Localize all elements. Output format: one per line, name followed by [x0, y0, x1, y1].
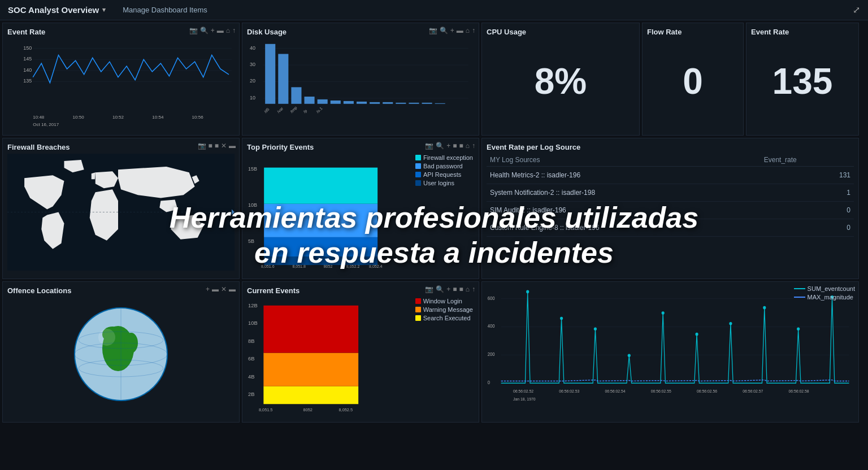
svg-text:2B: 2B: [248, 392, 255, 398]
current-events-legend: Window Login Warning Message Search Exec…: [415, 298, 473, 323]
toolbar-minus[interactable]: ▬: [217, 27, 224, 34]
svg-rect-34: [422, 103, 432, 104]
legend-search-executed: Search Executed: [415, 315, 473, 321]
svg-text:8052: 8052: [324, 264, 333, 268]
svg-rect-29: [357, 102, 367, 104]
top-priority-legend: Firewall exception Bad password API Requ…: [415, 154, 473, 188]
panel-flow-rate: Flow Rate 0: [642, 23, 744, 136]
offence-toolbar: + ▬ ✕ ▬: [206, 285, 236, 293]
flow-rate-value: 0: [647, 38, 739, 124]
svg-text:10:50: 10:50: [73, 115, 85, 120]
toolbar-add[interactable]: +: [211, 27, 215, 34]
svg-text:30: 30: [250, 62, 255, 67]
svg-rect-50: [264, 168, 377, 204]
svg-text:10B: 10B: [248, 321, 258, 327]
tp-toolbar-box2[interactable]: ■: [459, 142, 463, 150]
fw-toolbar-x[interactable]: ✕: [221, 142, 227, 150]
svg-point-92: [729, 322, 732, 325]
ol-toolbar-dash[interactable]: ▬: [229, 285, 236, 293]
toolbar-zoom2[interactable]: 🔍: [440, 27, 448, 34]
svg-rect-47: [264, 256, 377, 265]
title-chevron[interactable]: ▾: [102, 6, 106, 14]
offence-title: Offence Locations: [7, 286, 235, 295]
svg-point-88: [594, 327, 597, 330]
expand-icon[interactable]: ⤢: [853, 5, 860, 15]
svg-text:10:54: 10:54: [152, 115, 164, 120]
fw-toolbar-dash[interactable]: ▬: [229, 142, 236, 150]
svg-rect-25: [305, 97, 315, 104]
toolbar-minus2[interactable]: ▬: [457, 27, 463, 34]
tp-toolbar-add[interactable]: +: [446, 142, 450, 150]
svg-rect-28: [344, 101, 354, 104]
event-rate-chart: 150 145 140 135 10:48 10:50 10:52 10:54 …: [7, 38, 235, 127]
event-rate-stat-value: 135: [751, 38, 854, 124]
ol-toolbar-minus[interactable]: ▬: [212, 285, 219, 293]
svg-text:135: 135: [23, 79, 32, 84]
svg-text:/p: /p: [302, 108, 308, 114]
ce-toolbar-camera[interactable]: 📷: [425, 285, 433, 293]
log-source-1: Health Metrics-2 :: isadler-196: [487, 167, 761, 184]
manage-dashboard-link[interactable]: Manage Dashboard Items: [123, 6, 207, 14]
bottom-chart-legend: SUM_eventcount MAX_magnitude: [794, 285, 855, 302]
table-row: SIM Audit-2 :: isadler-196 0: [487, 202, 854, 219]
legend-bad-password: Bad password: [415, 163, 473, 169]
legend-window-login: Window Login: [415, 298, 473, 304]
log-rate-1: 131: [761, 167, 854, 184]
cpu-usage-value: 8%: [487, 38, 635, 124]
toolbar-up2[interactable]: ↑: [472, 27, 475, 34]
toolbar-zoom[interactable]: 🔍: [200, 27, 209, 34]
toolbar-camera2[interactable]: 📷: [429, 27, 437, 34]
svg-text:40: 40: [250, 45, 255, 51]
toolbar-up[interactable]: ↑: [232, 27, 236, 34]
app-title: SOC Analyst Overview: [8, 5, 99, 15]
svg-text:/var: /var: [276, 106, 284, 114]
table-row: System Notification-2 :: isadler-198 1: [487, 184, 854, 202]
tp-toolbar-zoom[interactable]: 🔍: [436, 142, 444, 150]
svg-rect-26: [318, 99, 328, 104]
ce-toolbar-zoom[interactable]: 🔍: [436, 285, 444, 293]
panel-event-rate-stat: Event Rate 135: [746, 23, 859, 136]
dashboard-grid: Event Rate 📷 🔍 + ▬ ⌂ ↑ 150 145 140 135: [0, 20, 868, 425]
tp-toolbar-box1[interactable]: ■: [453, 142, 457, 150]
toolbar-home2[interactable]: ⌂: [466, 27, 470, 34]
fw-toolbar-camera[interactable]: 📷: [198, 142, 206, 150]
disk-usage-chart: 40 30 20 10: [247, 38, 474, 127]
svg-text:06:56:02.53: 06:56:02.53: [559, 389, 579, 394]
svg-rect-73: [263, 353, 358, 386]
svg-text:0: 0: [488, 380, 491, 385]
svg-point-91: [695, 333, 698, 336]
svg-text:8,052.5: 8,052.5: [339, 408, 353, 412]
svg-text:140: 140: [23, 67, 32, 73]
svg-rect-49: [264, 204, 377, 237]
svg-text:/d5: /d5: [263, 107, 270, 114]
ce-toolbar-add[interactable]: +: [446, 285, 450, 293]
svg-text:12B: 12B: [248, 303, 258, 308]
panel-bottom-right: SUM_eventcount MAX_magnitude 600 400 200…: [481, 281, 859, 423]
ol-toolbar-add[interactable]: +: [206, 285, 210, 293]
ce-toolbar-up[interactable]: ↑: [472, 285, 475, 293]
fw-toolbar-box2[interactable]: ■: [215, 142, 219, 150]
svg-text:06:56:02.57: 06:56:02.57: [743, 389, 763, 394]
svg-rect-22: [265, 44, 275, 104]
toolbar-camera[interactable]: 📷: [189, 27, 198, 34]
tp-toolbar-camera[interactable]: 📷: [425, 142, 433, 150]
svg-rect-33: [409, 103, 419, 104]
svg-rect-23: [278, 54, 288, 103]
svg-text:10: 10: [250, 95, 255, 101]
ol-toolbar-x[interactable]: ✕: [221, 285, 227, 293]
panel-top-priority: Top Priority Events 📷 🔍 + ■ ■ ⌂ ↑ Firewa…: [242, 138, 479, 279]
svg-text:15B: 15B: [248, 166, 257, 172]
tp-toolbar-up[interactable]: ↑: [472, 142, 475, 150]
svg-text:5B: 5B: [248, 238, 254, 244]
ce-toolbar-box2[interactable]: ■: [459, 285, 463, 293]
ce-toolbar-home[interactable]: ⌂: [466, 285, 470, 293]
fw-toolbar-box1[interactable]: ■: [209, 142, 212, 150]
svg-rect-30: [370, 102, 380, 104]
tp-toolbar-home[interactable]: ⌂: [466, 142, 470, 150]
ce-toolbar-box1[interactable]: ■: [453, 285, 457, 293]
log-rate-2: 1: [761, 184, 854, 202]
panel-cpu-usage: CPU Usage 8%: [481, 23, 640, 136]
toolbar-add2[interactable]: +: [450, 27, 454, 34]
toolbar-home[interactable]: ⌂: [226, 27, 230, 34]
header: SOC Analyst Overview ▾ Manage Dashboard …: [0, 0, 868, 20]
